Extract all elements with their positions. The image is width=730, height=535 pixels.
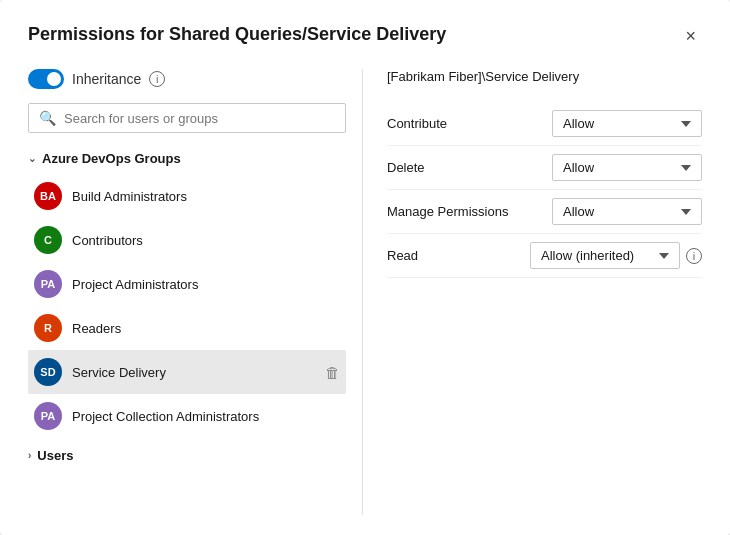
perm-select-delete[interactable]: Allow Deny Not set — [552, 154, 702, 181]
permission-row-contribute: Contribute Allow Deny Not set — [387, 102, 702, 146]
search-box: 🔍 — [28, 103, 346, 133]
perm-name-read: Read — [387, 248, 530, 263]
left-panel: Inheritance i 🔍 ⌄ Azure DevOps Groups BA… — [28, 69, 363, 515]
group-item-name: Project Collection Administrators — [72, 409, 315, 424]
group-item-name: Service Delivery — [72, 365, 315, 380]
inheritance-row: Inheritance i — [28, 69, 346, 89]
right-panel: [Fabrikam Fiber]\Service Delivery Contri… — [363, 69, 702, 515]
search-input[interactable] — [64, 111, 335, 126]
dialog-body: Inheritance i 🔍 ⌄ Azure DevOps Groups BA… — [28, 69, 702, 515]
inheritance-label: Inheritance — [72, 71, 141, 87]
list-item[interactable]: PA Project Administrators 🗑 — [28, 262, 346, 306]
group-item-name: Project Administrators — [72, 277, 315, 292]
right-panel-context: [Fabrikam Fiber]\Service Delivery — [387, 69, 702, 84]
perm-control-manage-permissions: Allow Deny Not set — [552, 198, 702, 225]
avatar: C — [34, 226, 62, 254]
azure-devops-groups-list: BA Build Administrators 🗑 C Contributors… — [28, 174, 346, 438]
azure-devops-groups-header[interactable]: ⌄ Azure DevOps Groups — [28, 147, 346, 170]
permission-row-manage-permissions: Manage Permissions Allow Deny Not set — [387, 190, 702, 234]
perm-name-manage-permissions: Manage Permissions — [387, 204, 552, 219]
avatar: R — [34, 314, 62, 342]
group-item-name: Build Administrators — [72, 189, 315, 204]
list-item[interactable]: SD Service Delivery 🗑 — [28, 350, 346, 394]
search-icon: 🔍 — [39, 110, 56, 126]
list-item[interactable]: BA Build Administrators 🗑 — [28, 174, 346, 218]
list-item[interactable]: C Contributors 🗑 — [28, 218, 346, 262]
list-item[interactable]: PA Project Collection Administrators 🗑 — [28, 394, 346, 438]
perm-control-read: Allow (inherited) Allow Deny Not set i — [530, 242, 702, 269]
list-item[interactable]: R Readers 🗑 — [28, 306, 346, 350]
read-info-icon[interactable]: i — [686, 248, 702, 264]
users-group-label: Users — [37, 448, 73, 463]
permissions-list: Contribute Allow Deny Not set Delete — [387, 102, 702, 278]
close-button[interactable]: × — [679, 24, 702, 49]
inheritance-info-icon[interactable]: i — [149, 71, 165, 87]
perm-select-contribute[interactable]: Allow Deny Not set — [552, 110, 702, 137]
avatar: SD — [34, 358, 62, 386]
group-item-name: Contributors — [72, 233, 315, 248]
perm-name-delete: Delete — [387, 160, 552, 175]
inheritance-toggle[interactable] — [28, 69, 64, 89]
perm-control-contribute: Allow Deny Not set — [552, 110, 702, 137]
permissions-dialog: Permissions for Shared Queries/Service D… — [0, 0, 730, 535]
perm-select-read[interactable]: Allow (inherited) Allow Deny Not set — [530, 242, 680, 269]
chevron-down-icon: ⌄ — [28, 153, 36, 164]
avatar: BA — [34, 182, 62, 210]
permission-row-read: Read Allow (inherited) Allow Deny Not se… — [387, 234, 702, 278]
chevron-right-icon: › — [28, 450, 31, 461]
delete-icon[interactable]: 🗑 — [325, 364, 340, 381]
dialog-title: Permissions for Shared Queries/Service D… — [28, 24, 446, 45]
users-group-header[interactable]: › Users — [28, 442, 346, 469]
avatar: PA — [34, 402, 62, 430]
azure-devops-groups-label: Azure DevOps Groups — [42, 151, 181, 166]
perm-name-contribute: Contribute — [387, 116, 552, 131]
perm-control-delete: Allow Deny Not set — [552, 154, 702, 181]
group-item-name: Readers — [72, 321, 315, 336]
avatar: PA — [34, 270, 62, 298]
perm-select-manage-permissions[interactable]: Allow Deny Not set — [552, 198, 702, 225]
permission-row-delete: Delete Allow Deny Not set — [387, 146, 702, 190]
dialog-header: Permissions for Shared Queries/Service D… — [28, 24, 702, 49]
